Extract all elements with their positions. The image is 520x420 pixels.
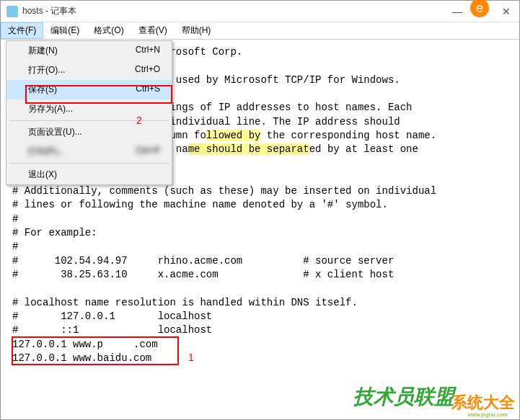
file-dropdown: 新建(N)Ctrl+N 打开(O)...Ctrl+O 保存(S)Ctrl+S 另… bbox=[6, 40, 172, 185]
menu-format[interactable]: 格式(O) bbox=[87, 22, 131, 39]
menu-pagesetup[interactable]: 页面设置(U)... bbox=[6, 122, 172, 142]
annotation-label-2: 2 bbox=[136, 115, 142, 126]
menu-file[interactable]: 文件(F) bbox=[1, 22, 43, 39]
menu-new[interactable]: 新建(N)Ctrl+N bbox=[6, 41, 172, 61]
menu-open[interactable]: 打开(O)...Ctrl+O bbox=[6, 61, 172, 80]
annotation-label-1: 1 bbox=[188, 352, 194, 363]
close-button[interactable]: ✕ bbox=[499, 6, 514, 17]
minimize-button[interactable]: — bbox=[450, 6, 464, 17]
window-title: hosts - 记事本 bbox=[22, 5, 450, 17]
window-frame: hosts - 记事本 — ☐ ✕ e 文件(F) 编辑(E) 格式(O) 查看… bbox=[0, 0, 520, 420]
menubar: 文件(F) 编辑(E) 格式(O) 查看(V) 帮助(H) bbox=[1, 22, 519, 40]
watermark-url: www.jsgho.com bbox=[467, 411, 508, 418]
menu-edit[interactable]: 编辑(E) bbox=[43, 22, 87, 39]
menu-save[interactable]: 保存(S)Ctrl+S bbox=[6, 80, 172, 99]
menu-exit[interactable]: 退出(X) bbox=[6, 165, 172, 184]
menu-view[interactable]: 查看(V) bbox=[131, 22, 175, 39]
watermark-text-1: 技术员联盟 bbox=[353, 383, 454, 411]
titlebar: hosts - 记事本 — ☐ ✕ bbox=[1, 1, 519, 22]
menu-help[interactable]: 帮助(H) bbox=[175, 22, 219, 39]
menu-print[interactable]: 打印(P)...Ctrl+P bbox=[6, 142, 172, 161]
notepad-icon bbox=[6, 6, 18, 17]
separator bbox=[9, 163, 169, 164]
watermark-text-2: 系统大全 bbox=[451, 392, 515, 414]
separator bbox=[9, 120, 169, 121]
svg-text:e: e bbox=[476, 1, 483, 15]
external-app-icon: e bbox=[469, 0, 490, 19]
menu-saveas[interactable]: 另存为(A)... bbox=[6, 99, 172, 119]
